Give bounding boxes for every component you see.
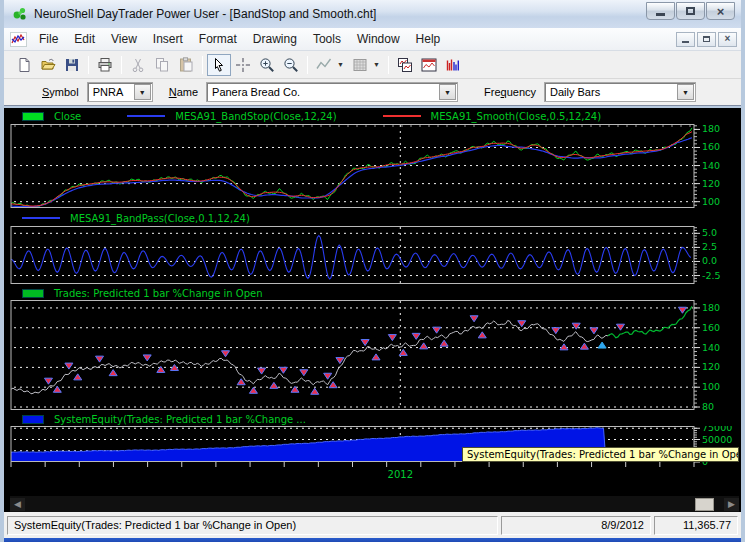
- app-window: NeuroShell DayTrader Power User - [BandS…: [0, 0, 745, 542]
- y-axis-tick-label: 0.0: [702, 255, 717, 266]
- menu-item-help[interactable]: Help: [408, 29, 449, 49]
- y-axis-tick-label: 2.5: [702, 241, 717, 252]
- scroll-left-arrow[interactable]: ◀: [10, 498, 25, 511]
- crosshair-button[interactable]: [231, 54, 255, 76]
- symbol-dropdown-button[interactable]: ▼: [134, 84, 151, 100]
- bar-chart-button[interactable]: [441, 54, 465, 76]
- scroll-thumb[interactable]: [695, 498, 714, 511]
- buy-marker: [329, 382, 337, 388]
- chart-window-button[interactable]: [417, 54, 441, 76]
- open-folder-button[interactable]: [36, 54, 60, 76]
- save-button[interactable]: [60, 54, 84, 76]
- symbol-form-bar: SymbolPNRA▼NamePanera Bread Co.▼Frequenc…: [4, 79, 741, 106]
- buy-marker: [478, 332, 486, 338]
- y-axis-tick-label: 50000: [702, 434, 732, 445]
- chart-area[interactable]: SystemEquity(Trades: Predicted 1 bar %Ch…: [4, 108, 741, 512]
- print-button[interactable]: [93, 54, 117, 76]
- line-tool-dropdown-arrow[interactable]: ▼: [336, 61, 348, 68]
- frequency-label: Frequency: [484, 86, 536, 98]
- status-date: 8/9/2012: [501, 516, 651, 535]
- legend-label: Close: [54, 111, 81, 122]
- buy-marker: [440, 340, 448, 346]
- trades-pane-plot[interactable]: 18016014012010080: [10, 300, 733, 410]
- menu-item-window[interactable]: Window: [349, 29, 408, 49]
- symbol-combobox[interactable]: PNRA▼: [87, 82, 153, 102]
- frequency-combobox[interactable]: Daily Bars▼: [544, 82, 696, 102]
- pattern-tool-dropdown-arrow[interactable]: ▼: [372, 61, 384, 68]
- horizontal-scrollbar[interactable]: ◀ ▶: [10, 496, 739, 512]
- menu-item-edit[interactable]: Edit: [66, 29, 103, 49]
- legend-swatch: [22, 415, 44, 424]
- sell-marker: [412, 333, 420, 339]
- toolbar-separator: [202, 56, 203, 74]
- pointer-button[interactable]: [207, 54, 231, 76]
- toolbar: ▼▼: [4, 51, 741, 79]
- sell-marker: [361, 340, 369, 346]
- y-axis-tick-label: 180: [702, 124, 720, 134]
- toolbar-separator: [121, 56, 122, 74]
- neuroshell-icon: [12, 6, 28, 22]
- name-dropdown-button[interactable]: ▼: [439, 84, 456, 100]
- sell-marker: [572, 323, 580, 329]
- sell-marker: [44, 378, 52, 384]
- buy-marker: [270, 382, 278, 388]
- menu-item-tools[interactable]: Tools: [305, 29, 349, 49]
- buy-marker: [598, 342, 606, 348]
- copy-button[interactable]: [150, 54, 174, 76]
- legend-swatch: [22, 289, 44, 298]
- menu-item-format[interactable]: Format: [191, 29, 245, 49]
- menu-item-insert[interactable]: Insert: [145, 29, 191, 49]
- toolbar-separator: [307, 56, 308, 74]
- buy-marker: [237, 379, 245, 385]
- sell-marker: [65, 363, 73, 369]
- sell-marker: [590, 328, 598, 334]
- frequency-dropdown-button[interactable]: ▼: [677, 84, 694, 100]
- legend-swatch: [22, 217, 60, 219]
- tile-charts-button[interactable]: [393, 54, 417, 76]
- y-axis-tick-label: 160: [702, 141, 720, 152]
- zoom-out-button[interactable]: [279, 54, 303, 76]
- y-axis-tick-label: 120: [702, 178, 720, 189]
- buy-marker: [372, 354, 380, 360]
- sell-marker: [552, 328, 560, 334]
- maximize-button[interactable]: [676, 2, 705, 20]
- price-pane-plot[interactable]: 180160140120100: [10, 124, 733, 208]
- bandpass-pane-legend: MESA91_BandPass(Close,0.1,12,24): [10, 210, 741, 226]
- new-file-button[interactable]: [12, 54, 36, 76]
- pattern-tool-icon: [352, 57, 368, 73]
- cut-button[interactable]: [126, 54, 150, 76]
- scroll-track[interactable]: [25, 498, 724, 511]
- title-bar[interactable]: NeuroShell DayTrader Power User - [BandS…: [4, 0, 741, 28]
- sell-marker: [470, 316, 478, 322]
- scroll-right-arrow[interactable]: ▶: [724, 498, 739, 511]
- pattern-tool-button[interactable]: [348, 54, 372, 76]
- sell-marker: [388, 335, 396, 341]
- copy-icon: [154, 57, 170, 73]
- y-axis-tick-label: 100: [702, 196, 720, 207]
- menu-item-drawing[interactable]: Drawing: [245, 29, 305, 49]
- bar-chart-icon: [445, 57, 461, 73]
- legend-label: Trades: Predicted 1 bar %Change in Open: [54, 288, 263, 299]
- name-value: Panera Bread Co.: [207, 83, 438, 101]
- line-tool-button[interactable]: [312, 54, 336, 76]
- zoom-in-button[interactable]: [255, 54, 279, 76]
- legend-swatch: [383, 115, 421, 117]
- menu-item-view[interactable]: View: [103, 29, 145, 49]
- legend-label: SystemEquity(Trades: Predicted 1 bar %Ch…: [54, 414, 306, 425]
- menu-item-file[interactable]: File: [31, 29, 66, 49]
- pointer-icon: [211, 57, 227, 73]
- paste-button[interactable]: [174, 54, 198, 76]
- y-axis-tick-label: 180: [702, 302, 720, 313]
- y-axis-tick-label: 160: [702, 322, 720, 333]
- zoom-in-icon: [259, 57, 275, 73]
- status-text: SystemEquity(Trades: Predicted 1 bar %Ch…: [7, 516, 498, 535]
- mdi-minimize-button[interactable]: [676, 32, 695, 47]
- mdi-restore-button[interactable]: [697, 32, 716, 47]
- close-button[interactable]: ×: [706, 2, 735, 20]
- sell-marker: [258, 368, 266, 374]
- sell-marker: [96, 356, 104, 362]
- mdi-close-button[interactable]: ×: [718, 32, 737, 47]
- name-combobox[interactable]: Panera Bread Co.▼: [206, 82, 458, 102]
- bandpass-pane-plot[interactable]: 5.02.50.0-2.5: [10, 226, 733, 284]
- minimize-button[interactable]: [646, 2, 675, 20]
